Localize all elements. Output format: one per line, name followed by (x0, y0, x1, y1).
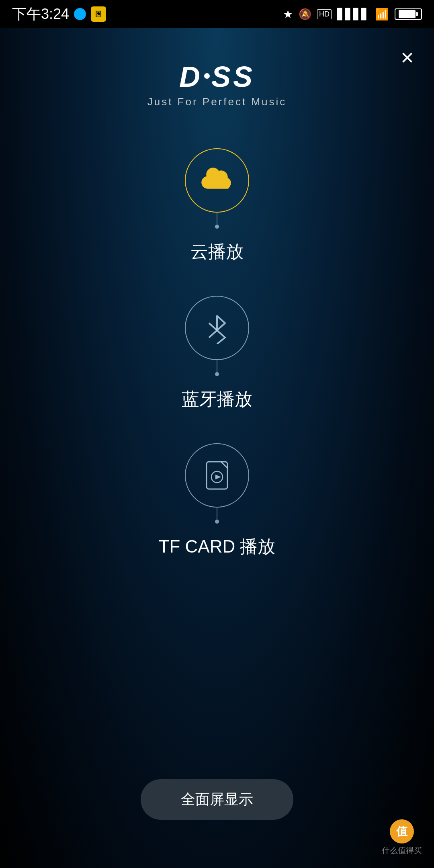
cloud-icon (199, 168, 235, 194)
signal-icon: ▋▋▋▋ (337, 8, 369, 20)
battery-tip (416, 12, 418, 16)
bluetooth-connector-line (217, 360, 217, 372)
bluetooth-icon-circle (185, 296, 249, 360)
mute-icon: 🔕 (299, 8, 311, 20)
tfcard-play-item[interactable]: TF CARD 播放 (159, 443, 276, 559)
tfcard-play-label: TF CARD 播放 (159, 535, 276, 559)
fullscreen-button[interactable]: 全面屏显示 (141, 779, 293, 820)
tfcard-icon (205, 460, 229, 491)
notification-yellow-icon: 国 (91, 6, 106, 22)
status-bar: 下午3:24 国 ★ 🔕 HD ▋▋▋▋ 📶 (0, 0, 434, 28)
wifi-icon: 📶 (375, 8, 389, 21)
cloud-icon-circle (185, 148, 249, 213)
app-container: × DSS Just For Perfect Music 云播放 (0, 28, 434, 868)
brand-subtitle: Just For Perfect Music (147, 96, 287, 108)
status-icons-group: ★ 🔕 HD ▋▋▋▋ 📶 (283, 8, 422, 21)
bluetooth-connector-dot (215, 372, 219, 376)
bluetooth-icon-wrapper (185, 296, 249, 376)
tfcard-icon-circle (185, 443, 249, 508)
logo-dot (204, 73, 210, 79)
bluetooth-status-icon: ★ (283, 8, 293, 21)
status-time-section: 下午3:24 国 (12, 4, 106, 24)
battery-fill (399, 10, 416, 18)
watermark-text: 什么值得买 (382, 845, 422, 856)
watermark-icon: 值 (390, 819, 414, 843)
cloud-play-label: 云播放 (190, 240, 244, 264)
notification-blue-icon (74, 8, 86, 20)
battery-indicator (395, 8, 422, 20)
tfcard-connector-dot (215, 520, 219, 524)
close-button[interactable]: × (401, 44, 414, 70)
logo-section: DSS Just For Perfect Music (147, 60, 287, 108)
hd-badge: HD (317, 9, 332, 19)
svg-marker-2 (215, 475, 221, 479)
cloud-icon-wrapper (185, 148, 249, 229)
tfcard-connector-line (217, 508, 217, 520)
bluetooth-icon (203, 312, 231, 344)
time-display: 下午3:24 (12, 4, 69, 24)
tfcard-icon-wrapper (185, 443, 249, 524)
bottom-bar: 全面屏显示 (0, 779, 434, 820)
cloud-play-item[interactable]: 云播放 (185, 148, 249, 264)
brand-logo: DSS (179, 60, 255, 93)
bluetooth-play-item[interactable]: 蓝牙播放 (182, 296, 252, 411)
bluetooth-play-label: 蓝牙播放 (182, 387, 252, 411)
watermark: 值 什么值得买 (382, 819, 422, 856)
menu-section: 云播放 蓝牙播放 (159, 148, 276, 559)
cloud-connector-line (217, 213, 217, 225)
cloud-connector-dot (215, 225, 219, 229)
